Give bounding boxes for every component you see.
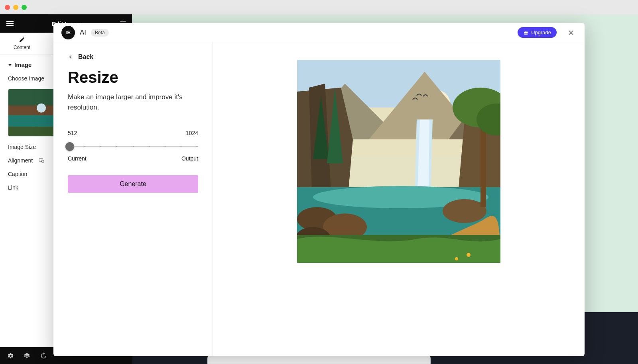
ai-right-panel [213,42,585,356]
layers-icon[interactable] [24,352,30,359]
pencil-icon [19,37,25,43]
landscape-illustration [297,60,500,263]
tab-content-label: Content [14,45,30,50]
ai-modal-header: lE AI Beta Upgrade [53,23,585,42]
preview-image [297,60,500,263]
caret-down-icon [8,64,12,66]
mac-close-dot[interactable] [5,5,10,10]
back-button[interactable]: Back [68,53,198,61]
svg-point-26 [455,257,458,260]
beta-badge: Beta [91,29,109,37]
resize-heading: Resize [68,68,198,86]
alignment-label: Alignment [8,157,33,164]
hamburger-icon[interactable] [6,21,14,26]
close-button[interactable] [565,27,577,38]
resize-slider: 512 1024 Current Output [68,130,198,162]
svg-point-18 [443,199,486,223]
gear-icon[interactable] [7,352,14,359]
history-icon[interactable] [40,352,47,359]
slider-min-label: 512 [68,130,77,136]
image-thumbnail[interactable] [8,89,56,137]
slider-track[interactable] [68,142,198,151]
svg-point-25 [467,253,471,257]
section-image-label: Image [14,61,32,68]
ai-left-panel: Back Resize Make an image larger and imp… [53,42,213,356]
elementor-logo-icon: lE [61,26,75,39]
chevron-left-icon [68,54,73,60]
ai-modal-body: Back Resize Make an image larger and imp… [53,42,585,356]
slider-max-label: 1024 [186,130,198,136]
ai-title: AI [80,29,86,37]
slider-thumb[interactable] [65,142,74,151]
responsive-icon[interactable] [38,157,45,164]
back-label: Back [78,53,93,61]
mac-titlebar [0,0,638,14]
slider-current-label: Current [68,155,87,162]
upgrade-label: Upgrade [531,29,551,35]
upgrade-button[interactable]: Upgrade [518,27,557,38]
slider-labels-bottom: Current Output [68,155,198,162]
slider-labels-top: 512 1024 [68,130,198,136]
svg-rect-1 [42,160,44,162]
tab-content[interactable]: Content [0,33,44,55]
mac-minimize-dot[interactable] [13,5,18,10]
close-icon [567,29,575,36]
slider-output-label: Output [181,155,198,162]
mac-zoom-dot[interactable] [22,5,27,10]
crown-icon [523,30,529,35]
resize-description: Make an image larger and improve it's re… [68,92,198,112]
ai-modal: lE AI Beta Upgrade Back Resize Make an i… [53,23,585,356]
generate-button[interactable]: Generate [68,175,198,193]
